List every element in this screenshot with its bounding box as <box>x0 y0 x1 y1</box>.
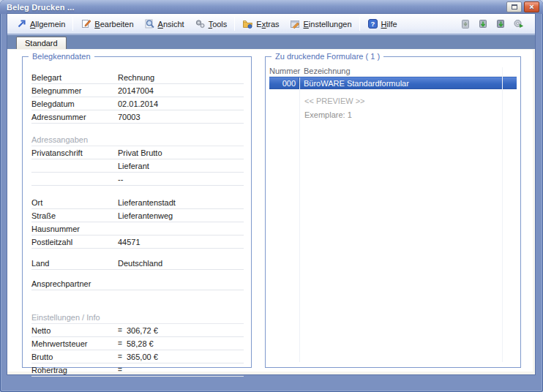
tab-strip: Standard <box>7 34 535 49</box>
field-row-adressnummer: Adressnummer 70003 <box>31 110 244 124</box>
field-row-anschrift-2: Lieferant <box>31 159 244 173</box>
menu-item-einstellungen[interactable]: Einstellungen <box>285 16 357 31</box>
field-label: Rohertrag <box>31 366 118 374</box>
field-row-strasse: Straße Lieferantenweg <box>31 209 244 222</box>
field-label: Postleitzahl <box>31 238 118 246</box>
menu-label: Allgemein <box>30 20 65 29</box>
field-label: Adressnummer <box>31 113 118 121</box>
close-icon: × <box>529 3 534 11</box>
field-row-privatanschrift: Privatanschrift Privat Brutto <box>31 146 244 159</box>
field-label: Belegart <box>31 73 118 82</box>
field-value: 70003 <box>118 113 244 121</box>
groupbox-belegkenndaten: Belegkenndaten Belegart Rechnung Belegnu… <box>22 56 252 368</box>
section-row-einstellungen-info: Einstellungen / Info <box>31 311 244 324</box>
field-row-postleitzahl: Postleitzahl 44571 <box>31 235 244 249</box>
menu-item-ansicht[interactable]: Ansicht <box>139 16 190 31</box>
list-item-selected[interactable]: 000 BüroWARE Standardformular <box>269 77 517 89</box>
tab-label: Standard <box>25 39 58 48</box>
field-value: Lieferant <box>118 162 244 170</box>
field-value: -- <box>118 175 244 184</box>
field-value: Deutschland <box>118 259 244 268</box>
window-controls: × <box>506 1 539 12</box>
dialog-window: Beleg Drucken ... × Allgemein <box>0 0 543 392</box>
help-icon: ? <box>367 18 378 29</box>
menu-label: Extras <box>256 20 279 29</box>
document-green-return-arrow-icon[interactable] <box>495 19 506 29</box>
printer-green-arrow-icon[interactable] <box>513 19 524 29</box>
field-row-mehrwertsteuer: Mehrwertsteuer = 58,28 € <box>31 337 244 350</box>
section-row-adressangaben: Adressangaben <box>31 133 244 146</box>
menu-item-allgemein[interactable]: Allgemein <box>11 16 70 31</box>
toolbar: Allgemein Bearbeiten Ansicht <box>7 14 535 34</box>
menu-item-bearbeiten[interactable]: Bearbeiten <box>75 16 138 31</box>
toolbar-separator <box>72 17 73 31</box>
field-label: Netto <box>31 326 118 335</box>
field-value: 20147004 <box>118 86 244 95</box>
list-header: Nummer Bezeichnung <box>269 66 517 77</box>
field-rows: Belegart Rechnung Belegnummer 20147004 B… <box>23 57 251 377</box>
arrow-up-right-icon <box>16 18 27 29</box>
svg-text:?: ? <box>370 20 375 28</box>
formular-list[interactable]: Nummer Bezeichnung 000 BüroWARE Standard… <box>269 66 517 363</box>
section-label: Einstellungen / Info <box>31 313 100 322</box>
field-row-anschrift-3: -- <box>31 173 244 186</box>
field-value: 306,72 € <box>127 326 244 335</box>
field-label: Land <box>31 259 118 268</box>
field-value: 365,00 € <box>127 353 244 361</box>
field-label: Brutto <box>31 353 118 361</box>
exemplare-label: Exemplare: 1 <box>304 110 517 119</box>
document-green-down-arrow-icon[interactable] <box>478 19 488 29</box>
menu-item-tools[interactable]: Tools <box>190 16 233 31</box>
field-label: Belegnummer <box>31 86 118 95</box>
field-value: Lieferantenstadt <box>118 198 244 207</box>
menu-item-hilfe[interactable]: ? Hilfe <box>362 16 402 31</box>
groupbox-title: Belegkenndaten <box>29 52 94 61</box>
field-row-rohertrag: Rohertrag = <box>31 363 244 377</box>
preview-label: << PREVIEW >> <box>304 97 517 105</box>
magnifier-icon <box>144 18 155 29</box>
close-button[interactable]: × <box>524 1 539 12</box>
menu-item-extras[interactable]: Extras <box>237 16 284 31</box>
content-area: Belegkenndaten Belegart Rechnung Belegnu… <box>7 50 535 374</box>
field-row-ansprechpartner: Ansprechpartner <box>31 277 244 290</box>
groupbox-title: Zu druckende Formulare ( 1 ) <box>272 52 383 61</box>
field-label: Mehrwertsteuer <box>31 339 118 348</box>
field-value: Privat Brutto <box>118 148 244 157</box>
field-label: Hausnummer <box>31 225 118 233</box>
field-value: 58,28 € <box>127 339 244 348</box>
equals-icon: = <box>118 339 127 347</box>
cell-nummer: 000 <box>269 78 299 88</box>
restore-icon <box>512 4 517 10</box>
menu-label: Bearbeiten <box>94 20 133 29</box>
column-header-nummer: Nummer <box>269 67 299 75</box>
window-title: Beleg Drucken ... <box>7 3 75 12</box>
equals-icon: = <box>118 326 127 334</box>
titlebar[interactable]: Beleg Drucken ... × <box>0 0 543 14</box>
field-label: Straße <box>31 211 118 220</box>
settings-icon <box>290 18 301 29</box>
menu-label: Einstellungen <box>304 20 352 29</box>
toolbar-separator <box>359 17 360 31</box>
field-value: Rechnung <box>118 73 244 82</box>
field-row-netto: Netto = 306,72 € <box>31 324 244 337</box>
client-area: Allgemein Bearbeiten Ansicht <box>7 14 535 374</box>
edit-pencil-icon <box>80 18 91 29</box>
column-header-bezeichnung: Bezeichnung <box>299 67 517 75</box>
cell-bezeichnung: BüroWARE Standardformular <box>299 79 517 88</box>
field-row-hausnummer: Hausnummer <box>31 222 244 235</box>
toolbar-right-icons <box>460 19 531 29</box>
groupbox-formulare: Zu druckende Formulare ( 1 ) Nummer Beze… <box>265 56 521 368</box>
menu-label: Ansicht <box>158 20 184 29</box>
folder-icon <box>242 18 253 29</box>
tab-standard[interactable]: Standard <box>16 37 67 49</box>
restore-button[interactable] <box>506 1 522 12</box>
field-row-belegdatum: Belegdatum 02.01.2014 <box>31 97 244 110</box>
toolbar-separator <box>234 17 235 31</box>
field-label: Belegdatum <box>31 99 118 108</box>
field-row-ort: Ort Lieferantenstadt <box>31 196 244 209</box>
document-gray-icon[interactable] <box>460 19 471 29</box>
column-divider <box>502 67 503 362</box>
equals-icon: = <box>118 366 127 374</box>
field-value: 44571 <box>118 238 244 246</box>
section-label: Adressangaben <box>31 135 88 144</box>
